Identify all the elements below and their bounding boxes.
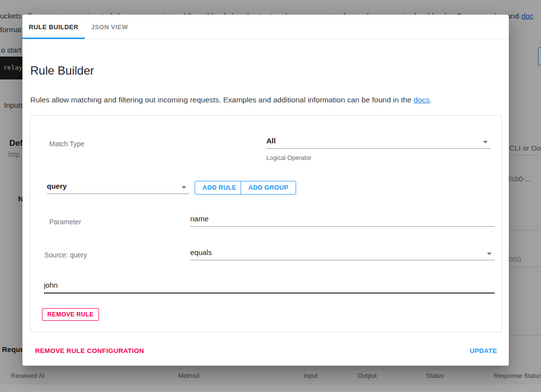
parameter-field-wrap (190, 215, 495, 227)
logical-operator-value: All (266, 137, 276, 145)
parameter-input[interactable] (190, 215, 495, 227)
parameter-label: Parameter (49, 218, 81, 226)
dialog-description: Rules allow matching and filtering out i… (30, 96, 432, 104)
match-type-label: Match Type (49, 140, 84, 148)
rule-value-field-wrap (44, 281, 495, 294)
logical-operator-helper: Logical Operator (266, 155, 311, 161)
description-text: Rules allow matching and filtering out i… (30, 96, 414, 104)
rule-builder-dialog: RULE BUILDER JSON VIEW Rule Builder Rule… (22, 15, 509, 366)
description-period: . (430, 96, 432, 104)
tab-rule-builder[interactable]: RULE BUILDER (22, 15, 85, 39)
dialog-footer: REMOVE RULE CONFIGURATION UPDATE (35, 342, 497, 359)
remove-rule-configuration-button[interactable]: REMOVE RULE CONFIGURATION (35, 347, 144, 354)
dialog-title: Rule Builder (30, 64, 94, 78)
docs-link[interactable]: docs (414, 96, 430, 104)
add-group-button[interactable]: ADD GROUP (240, 181, 296, 195)
logical-operator-select[interactable]: All (266, 137, 491, 149)
rule-source-select[interactable]: query (47, 182, 189, 194)
dropdown-arrow-icon (483, 141, 488, 143)
dropdown-arrow-icon (487, 253, 492, 255)
rule-source-value: query (47, 182, 67, 190)
add-rule-button[interactable]: ADD RULE (195, 181, 244, 195)
tab-json-view[interactable]: JSON VIEW (85, 15, 135, 39)
source-query-label: Source: query (44, 251, 87, 259)
dropdown-arrow-icon (181, 186, 186, 189)
operator-select[interactable]: equals (190, 248, 495, 260)
operator-value: equals (190, 248, 212, 256)
rule-value-input[interactable] (44, 281, 495, 294)
rule-group-card: Match Type All Logical Operator query AD… (30, 115, 502, 333)
update-button[interactable]: UPDATE (470, 347, 497, 354)
remove-rule-button[interactable]: REMOVE RULE (42, 308, 99, 321)
dialog-tab-bar: RULE BUILDER JSON VIEW (22, 15, 509, 39)
